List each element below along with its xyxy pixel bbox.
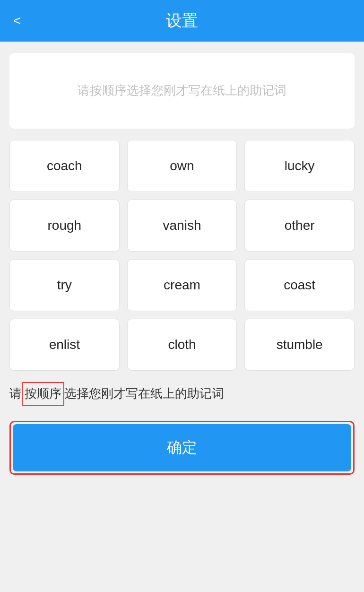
confirm-button[interactable]: 确定	[13, 424, 351, 471]
word-button-coast[interactable]: coast	[244, 259, 355, 311]
word-button-try[interactable]: try	[9, 259, 120, 311]
back-button[interactable]: <	[9, 9, 25, 32]
word-button-stumble[interactable]: stumble	[244, 319, 355, 371]
word-button-cloth[interactable]: cloth	[127, 319, 237, 371]
word-grid: coachownluckyroughvanishothertrycreamcoa…	[9, 140, 355, 371]
word-button-vanish[interactable]: vanish	[127, 200, 237, 252]
app-header: < 设置	[0, 0, 364, 42]
word-button-coach[interactable]: coach	[9, 140, 120, 192]
hint-text: 请按顺序选择您刚才写在纸上的助记词	[9, 382, 355, 406]
hint-highlight: 按顺序	[22, 382, 64, 406]
word-button-enlist[interactable]: enlist	[9, 319, 120, 371]
main-content: 请按顺序选择您刚才写在纸上的助记词 coachownluckyroughvani…	[0, 42, 364, 592]
confirm-button-wrapper: 确定	[9, 421, 355, 475]
mnemonic-placeholder: 请按顺序选择您刚才写在纸上的助记词	[78, 81, 286, 101]
word-button-cream[interactable]: cream	[127, 259, 237, 311]
word-button-own[interactable]: own	[127, 140, 237, 192]
hint-after: 选择您刚才写在纸上的助记词	[64, 384, 224, 404]
page-title: 设置	[166, 10, 198, 32]
mnemonic-input-area: 请按顺序选择您刚才写在纸上的助记词	[9, 53, 355, 129]
word-button-lucky[interactable]: lucky	[244, 140, 355, 192]
hint-before: 请	[9, 384, 22, 404]
word-button-other[interactable]: other	[244, 200, 355, 252]
word-button-rough[interactable]: rough	[9, 200, 120, 252]
